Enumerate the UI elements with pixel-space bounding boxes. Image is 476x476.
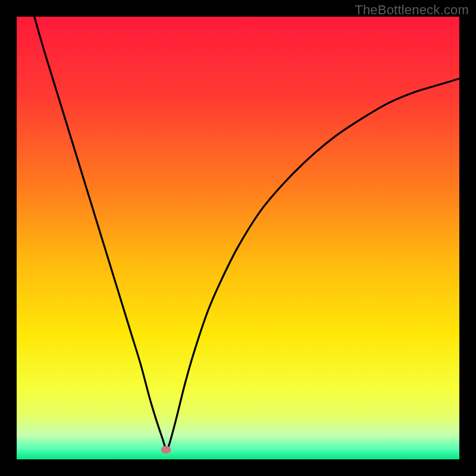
minimum-marker [161,446,171,453]
plot-area [17,17,459,459]
chart-frame: TheBottleneck.com [0,0,476,476]
watermark-text: TheBottleneck.com [355,2,469,18]
bottleneck-curve [17,17,459,459]
